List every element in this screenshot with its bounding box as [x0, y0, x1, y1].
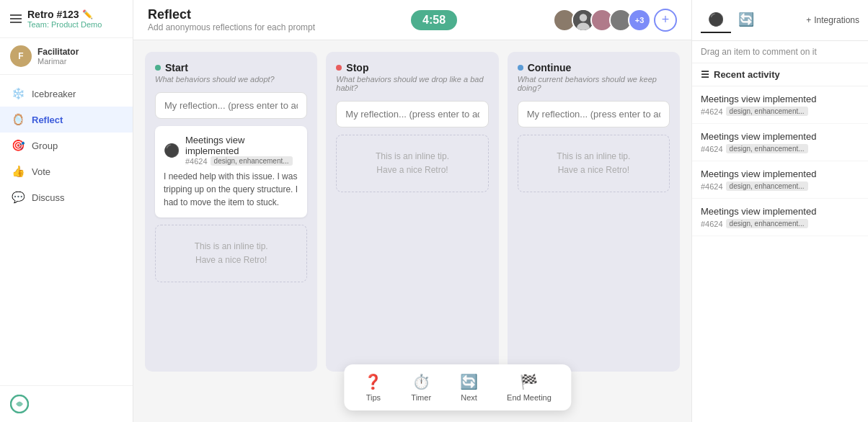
loop-icon: 🔄 — [738, 12, 754, 27]
topbar-left: Reflect Add anonymous reflections for ea… — [148, 7, 315, 32]
sidebar-item-group[interactable]: 🎯 Group — [0, 133, 133, 158]
sidebar-item-label: Group — [32, 140, 58, 151]
sidebar: Retro #123 ✏️ Team: Product Demo F Facil… — [0, 0, 133, 422]
card-tag: design, enhancement... — [726, 181, 808, 191]
github-icon: ⚫ — [164, 143, 180, 158]
drag-hint: Drag an item to comment on it — [692, 41, 868, 63]
list-item: Meetings view implemented #4624 design, … — [692, 124, 868, 161]
continue-column: Continue What current behaviors should w… — [508, 52, 680, 372]
facilitator-role: Marimar — [37, 57, 79, 66]
add-member-button[interactable]: + — [654, 9, 677, 32]
topbar-right: +3 + — [553, 9, 677, 32]
github-tab[interactable]: ⚫ — [701, 7, 731, 33]
avatar-stack: +3 + — [553, 9, 677, 32]
card-meta: #4624 design, enhancement... — [185, 156, 298, 166]
inline-tip: This is an inline tip.Have a nice Retro! — [155, 225, 307, 282]
activity-title: Meetings view implemented — [701, 206, 859, 217]
card-tag: design, enhancement... — [726, 107, 808, 116]
sidebar-nav: ❄️ Icebreaker 🪞 Reflect 🎯 Group 👍 Vote 💬… — [0, 75, 133, 385]
card-tag: design, enhancement... — [211, 156, 293, 166]
dot-icon — [155, 65, 161, 71]
right-panel-topbar: ⚫ 🔄 + Integrations — [692, 0, 868, 41]
page-subtitle: Add anonymous reflections for each promp… — [148, 22, 315, 32]
card-title: Meetings view implemented — [185, 135, 298, 156]
column-subtitle: What behaviors should we adopt? — [155, 75, 307, 84]
reflect-icon: 🪞 — [12, 113, 25, 126]
column-title: Start — [155, 62, 307, 73]
add-icon: + — [806, 15, 811, 25]
sidebar-item-icebreaker[interactable]: ❄️ Icebreaker — [0, 81, 133, 107]
filter-icon: ☰ — [701, 69, 709, 80]
activity-title: Meetings view implemented — [701, 94, 859, 104]
dot-icon — [518, 65, 523, 71]
vote-icon: 👍 — [12, 165, 25, 178]
card-tag: design, enhancement... — [726, 219, 808, 228]
reflection-card: ⚫ Meetings view implemented #4624 design… — [155, 126, 307, 217]
github-icon: ⚫ — [708, 12, 724, 27]
integrations-label: Integrations — [814, 15, 859, 25]
list-item: Meetings view implemented #4624 design, … — [692, 86, 868, 124]
column-title: Stop — [336, 62, 488, 73]
logo-icon — [10, 395, 29, 413]
reflection-input-continue[interactable] — [518, 101, 670, 127]
main-content: Reflect Add anonymous reflections for ea… — [133, 0, 691, 422]
team-label: Team: Product Demo — [27, 20, 102, 29]
activity-list: Meetings view implemented #4624 design, … — [692, 86, 868, 422]
sidebar-item-label: Vote — [32, 166, 50, 177]
reflection-input-stop[interactable] — [336, 101, 488, 127]
next-button[interactable]: 🔄 Next — [454, 370, 484, 405]
end-meeting-icon: 🏁 — [520, 373, 538, 390]
timer-icon: ⏱️ — [412, 373, 430, 390]
activity-meta: #4624 design, enhancement... — [701, 144, 859, 153]
column-header: Start What behaviors should we adopt? — [155, 62, 307, 84]
sidebar-item-reflect[interactable]: 🪞 Reflect — [0, 107, 133, 133]
sidebar-item-label: Discuss — [32, 192, 65, 203]
timer-badge: 4:58 — [411, 10, 457, 30]
integrations-button[interactable]: + Integrations — [806, 15, 859, 25]
card-header: ⚫ Meetings view implemented #4624 design… — [164, 135, 298, 166]
inline-tip: This is an inline tip.Have a nice Retro! — [518, 135, 670, 192]
tips-label: Tips — [366, 393, 381, 402]
next-icon: 🔄 — [460, 373, 478, 390]
start-column: Start What behaviors should we adopt? ⚫ … — [145, 52, 317, 372]
card-body: I needed help with this issue. I was tri… — [164, 170, 298, 209]
list-item: Meetings view implemented #4624 design, … — [692, 161, 868, 199]
group-icon: 🎯 — [12, 139, 25, 152]
meeting-title: Retro #123 — [27, 9, 79, 20]
sidebar-item-vote[interactable]: 👍 Vote — [0, 158, 133, 184]
column-subtitle: What behaviors should we drop like a bad… — [336, 75, 488, 92]
recent-activity-header: ☰ Recent activity — [692, 63, 868, 86]
tips-icon: ❓ — [364, 373, 382, 390]
activity-title: Meetings view implemented — [701, 169, 859, 179]
timer-button[interactable]: ⏱️ Timer — [405, 370, 437, 405]
sidebar-item-discuss[interactable]: 💬 Discuss — [0, 184, 133, 210]
hamburger-icon[interactable] — [10, 14, 22, 23]
edit-icon[interactable]: ✏️ — [82, 9, 93, 19]
topbar: Reflect Add anonymous reflections for ea… — [133, 0, 691, 40]
reflection-input-start[interactable] — [155, 92, 307, 119]
sidebar-item-label: Icebreaker — [32, 89, 76, 99]
end-meeting-label: End Meeting — [507, 393, 552, 402]
activity-meta: #4624 design, enhancement... — [701, 219, 859, 228]
timer-label: Timer — [411, 393, 431, 402]
column-title: Continue — [518, 62, 670, 73]
loop-tab[interactable]: 🔄 — [731, 7, 761, 33]
list-item: Meetings view implemented #4624 design, … — [692, 199, 868, 236]
facilitator-name: Facilitator — [37, 47, 79, 57]
column-header: Continue What current behaviors should w… — [518, 62, 670, 92]
avatar: F — [10, 45, 32, 67]
right-panel: ⚫ 🔄 + Integrations Drag an item to comme… — [691, 0, 868, 422]
column-subtitle: What current behaviors should we keep do… — [518, 75, 670, 92]
card-tag: design, enhancement... — [726, 144, 808, 153]
icebreaker-icon: ❄️ — [12, 87, 25, 100]
tips-button[interactable]: ❓ Tips — [358, 370, 388, 405]
end-meeting-button[interactable]: 🏁 End Meeting — [501, 370, 557, 405]
bottom-toolbar: ❓ Tips ⏱️ Timer 🔄 Next 🏁 End Meeting — [344, 364, 571, 410]
svg-point-2 — [580, 14, 588, 22]
sidebar-footer — [0, 385, 133, 422]
sidebar-item-label: Reflect — [32, 115, 63, 125]
activity-title: Meetings view implemented — [701, 131, 859, 142]
sidebar-header: Retro #123 ✏️ Team: Product Demo — [0, 0, 133, 38]
activity-meta: #4624 design, enhancement... — [701, 107, 859, 116]
dot-icon — [336, 65, 342, 71]
